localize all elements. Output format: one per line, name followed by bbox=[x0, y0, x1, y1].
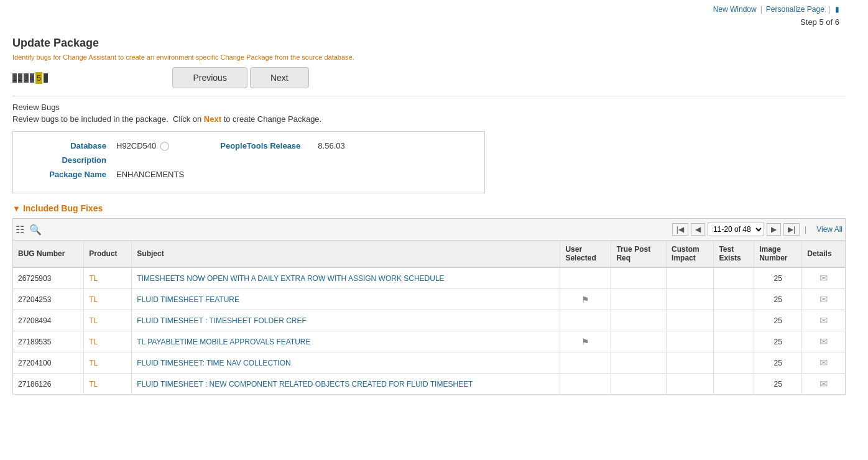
step-3[interactable]: 3 bbox=[24, 73, 28, 83]
cell-details[interactable]: ✉ bbox=[802, 352, 846, 374]
cell-true-post-req bbox=[611, 267, 667, 289]
toolbar-left: ☷ 🔍 bbox=[16, 224, 42, 236]
product-tl: TL bbox=[89, 359, 98, 367]
details-comment-icon[interactable]: ✉ bbox=[820, 357, 828, 368]
product-tl: TL bbox=[89, 316, 98, 325]
cell-subject[interactable]: FLUID TIMESHEET : NEW COMPONENT RELATED … bbox=[132, 374, 560, 395]
cell-user-selected bbox=[560, 267, 611, 289]
cell-test-exists bbox=[714, 289, 754, 310]
cell-image-number: 25 bbox=[754, 310, 802, 331]
cell-details[interactable]: ✉ bbox=[802, 331, 846, 352]
view-all-link[interactable]: View All bbox=[816, 225, 843, 234]
table-row: 27186126TLFLUID TIMESHEET : NEW COMPONEN… bbox=[13, 374, 846, 395]
cell-subject[interactable]: FLUID TIMESHEET: TIME NAV COLLECTION bbox=[132, 352, 560, 374]
step-6[interactable]: 6 bbox=[44, 73, 48, 83]
cell-bug-number: 27204253 bbox=[13, 289, 84, 310]
subject-link[interactable]: FLUID TIMESHEET: TIME NAV COLLECTION bbox=[137, 359, 290, 367]
col-user-selected: UserSelected bbox=[560, 241, 611, 268]
description-label: Description bbox=[25, 155, 106, 165]
cell-custom-impact bbox=[667, 289, 714, 310]
cell-user-selected: ⚑ bbox=[560, 289, 611, 310]
cell-image-number: 25 bbox=[754, 352, 802, 374]
cell-custom-impact bbox=[667, 267, 714, 289]
product-tl: TL bbox=[89, 338, 98, 346]
details-comment-icon[interactable]: ✉ bbox=[820, 294, 828, 305]
toolbar-right: |◀ ◀ 11-20 of 48 ▶ ▶| | View All bbox=[672, 223, 843, 236]
product-tl: TL bbox=[89, 274, 98, 283]
cell-bug-number: 27186126 bbox=[13, 374, 84, 395]
included-bugs-header: ▼ Included Bug Fixes bbox=[12, 203, 846, 213]
cell-product: TL bbox=[84, 374, 132, 395]
cell-subject[interactable]: FLUID TIMESHEET FEATURE bbox=[132, 289, 560, 310]
subject-link[interactable]: FLUID TIMESHEET : TIMESHEET FOLDER CREF bbox=[137, 316, 307, 325]
cell-user-selected bbox=[560, 310, 611, 331]
table-row: 27204253TLFLUID TIMESHEET FEATURE⚑25✉ bbox=[13, 289, 846, 310]
subject-link[interactable]: TL PAYABLETIME MOBILE APPROVALS FEATURE bbox=[137, 338, 310, 346]
cell-image-number: 25 bbox=[754, 331, 802, 352]
subject-link[interactable]: FLUID TIMESHEET FEATURE bbox=[137, 295, 239, 304]
new-window-link[interactable]: New Window bbox=[713, 5, 757, 14]
step-1[interactable]: 1 bbox=[12, 73, 17, 83]
grid-toolbar-icon[interactable]: ☷ bbox=[16, 224, 24, 236]
next-button[interactable]: Next bbox=[250, 67, 309, 88]
details-comment-icon[interactable]: ✉ bbox=[820, 273, 828, 283]
previous-button[interactable]: Previous bbox=[172, 67, 247, 88]
col-image-number: ImageNumber bbox=[754, 241, 802, 268]
steps-container: 1 2 3 4 5 6 bbox=[12, 72, 48, 84]
table-header-row: BUG Number Product Subject UserSelected … bbox=[13, 241, 846, 268]
cell-details[interactable]: ✉ bbox=[802, 374, 846, 395]
cell-details[interactable]: ✉ bbox=[802, 310, 846, 331]
pagination-select[interactable]: 11-20 of 48 bbox=[708, 223, 764, 236]
review-bugs-subtext: Review bugs to be included in the packag… bbox=[12, 114, 846, 124]
page-title: Update Package bbox=[12, 37, 846, 50]
database-value: H92CD540 bbox=[116, 141, 156, 150]
step-5[interactable]: 5 bbox=[35, 72, 42, 84]
step-indicator: Step 5 of 6 bbox=[0, 16, 858, 30]
pagination-separator: | bbox=[805, 225, 806, 234]
cell-details[interactable]: ✉ bbox=[802, 267, 846, 289]
review-bugs-heading: Review Bugs bbox=[12, 103, 846, 112]
cell-subject[interactable]: TL PAYABLETIME MOBILE APPROVALS FEATURE bbox=[132, 331, 560, 352]
cell-product: TL bbox=[84, 352, 132, 374]
details-comment-icon[interactable]: ✉ bbox=[820, 379, 828, 389]
step-4[interactable]: 4 bbox=[30, 73, 34, 83]
step-2[interactable]: 2 bbox=[18, 73, 22, 83]
prev-page-button[interactable]: ◀ bbox=[691, 223, 705, 236]
details-comment-icon[interactable]: ✉ bbox=[820, 315, 828, 326]
description-row: Description bbox=[25, 155, 472, 165]
flag-icon: ⚑ bbox=[581, 295, 589, 305]
cell-bug-number: 27189535 bbox=[13, 331, 84, 352]
subject-link[interactable]: TIMESHEETS NOW OPEN WITH A DAILY EXTRA R… bbox=[137, 274, 444, 283]
cell-product: TL bbox=[84, 310, 132, 331]
cell-details[interactable]: ✉ bbox=[802, 289, 846, 310]
cell-image-number: 25 bbox=[754, 289, 802, 310]
cell-product: TL bbox=[84, 331, 132, 352]
first-page-button[interactable]: |◀ bbox=[672, 223, 688, 236]
subject-link[interactable]: FLUID TIMESHEET : NEW COMPONENT RELATED … bbox=[137, 380, 473, 389]
col-test-exists: TestExists bbox=[714, 241, 754, 268]
col-true-post-req: True PostReq bbox=[611, 241, 667, 268]
cell-bug-number: 27208494 bbox=[13, 310, 84, 331]
table-row: 26725903TLTIMESHEETS NOW OPEN WITH A DAI… bbox=[13, 267, 846, 289]
database-info-icon[interactable]: ◯ bbox=[160, 140, 170, 150]
cell-custom-impact bbox=[667, 331, 714, 352]
collapse-button[interactable]: ▼ bbox=[12, 204, 21, 213]
details-comment-icon[interactable]: ✉ bbox=[820, 336, 828, 347]
separator-2: | bbox=[828, 5, 830, 14]
cell-true-post-req bbox=[611, 374, 667, 395]
table-row: 27189535TLTL PAYABLETIME MOBILE APPROVAL… bbox=[13, 331, 846, 352]
cell-subject[interactable]: TIMESHEETS NOW OPEN WITH A DAILY EXTRA R… bbox=[132, 267, 560, 289]
nav-buttons: Previous Next bbox=[172, 67, 308, 88]
cell-subject[interactable]: FLUID TIMESHEET : TIMESHEET FOLDER CREF bbox=[132, 310, 560, 331]
grid-icon[interactable]: ▮ bbox=[835, 5, 839, 14]
personalize-page-link[interactable]: Personalize Page bbox=[766, 5, 824, 14]
last-page-button[interactable]: ▶| bbox=[783, 223, 800, 236]
table-toolbar: ☷ 🔍 |◀ ◀ 11-20 of 48 ▶ ▶| | View All bbox=[12, 218, 846, 240]
peopletools-label: PeopleTools Release bbox=[219, 141, 300, 150]
col-product: Product bbox=[84, 241, 132, 268]
search-toolbar-icon[interactable]: 🔍 bbox=[29, 224, 42, 236]
included-bugs-title: Included Bug Fixes bbox=[23, 203, 103, 213]
next-page-button[interactable]: ▶ bbox=[767, 223, 781, 236]
table-row: 27204100TLFLUID TIMESHEET: TIME NAV COLL… bbox=[13, 352, 846, 374]
package-name-value: ENHANCEMENTS bbox=[116, 170, 184, 179]
